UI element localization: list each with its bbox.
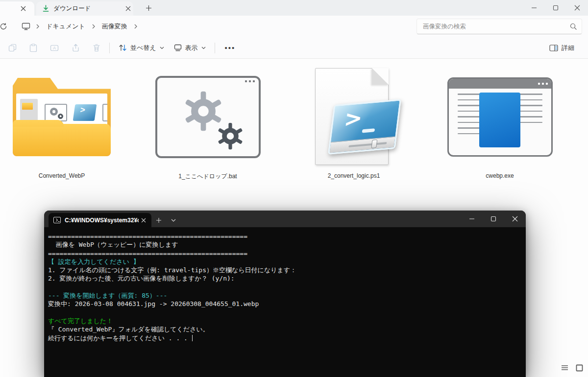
copy-icon[interactable] [3,40,21,56]
window-controls [523,0,588,16]
terminal-line: 2. 変換が終わった後、元の古い画像を削除しますか？ (y/n): [48,274,522,283]
refresh-icon[interactable] [0,19,11,34]
view-label: 表示 [185,44,198,52]
tab-label: ダウンロード [53,4,122,13]
terminal-line [48,308,522,317]
file-name: cwebp.exe [446,172,554,179]
cmd-icon [53,217,61,223]
close-tab-icon[interactable] [139,215,148,225]
file-name: 2_convert_logic.ps1 [300,172,408,179]
file-item-folder[interactable]: Converted_WebP [8,63,116,189]
details-icon [549,45,558,51]
more-options-button[interactable]: ••• [219,44,242,52]
search-icon[interactable] [570,23,577,30]
terminal-line: 続行するには何かキーを押してください . . . [48,334,522,342]
download-icon [42,5,49,12]
minimize-button[interactable] [523,0,545,16]
chevron-down-icon [201,47,206,49]
address-bar: ドキュメント 画像変換 [0,16,588,37]
statusbar-view-toggles [560,363,584,372]
file-item-exe[interactable]: cwebp.exe [446,63,554,189]
paste-icon[interactable] [24,40,42,56]
terminal-output: ========================================… [44,227,526,377]
file-item-ps1[interactable]: > 2_convert_logic.ps1 [300,63,408,189]
powershell-file-icon: > [312,68,395,166]
delete-icon[interactable] [88,40,105,56]
folder-icon [13,78,111,156]
explorer-tab-downloads[interactable]: ダウンロード [36,1,133,16]
large-icons-view-icon[interactable] [574,363,584,372]
terminal-line: ========================================… [48,232,522,240]
desktop: ダウンロード [0,0,588,377]
terminal-line: 1. ファイル名の頭につける文字（例: travel-tips）※空欄なら日付に… [48,266,522,274]
svg-text:A: A [53,46,56,50]
minimize-button[interactable] [461,211,483,227]
terminal-window[interactable]: C:¥WINDOWS¥system32¥cmd [44,211,526,377]
toolbar-divider [109,43,110,53]
terminal-line: 画像を WebP（ウェッピー）に変換します [48,240,522,249]
view-button[interactable]: 表示 [169,40,211,56]
file-item-bat[interactable]: 1_ここへドロップ.bat [154,63,262,189]
command-toolbar: A 並べ替え 表示 [0,37,588,59]
maximize-button[interactable] [545,0,566,16]
terminal-window-controls [461,211,526,227]
toolbar-divider [215,43,215,53]
sort-button[interactable]: 並べ替え [114,40,169,56]
share-icon[interactable] [67,40,84,56]
sort-icon [119,44,127,51]
terminal-line: 変換中: 2026-03-08 004631.jpg -> 20260308_0… [48,300,522,308]
terminal-line: ========================================… [48,249,522,258]
search-input[interactable] [417,23,570,30]
terminal-line: すべて完了しました！ [48,317,522,325]
close-button[interactable] [566,0,588,16]
breadcrumb-documents[interactable]: ドキュメント [42,20,89,33]
terminal-new-tab-button[interactable] [151,213,166,227]
chevron-right-icon [33,24,42,29]
maximize-button[interactable] [483,211,504,227]
details-label: 詳細 [562,44,574,52]
terminal-tab[interactable]: C:¥WINDOWS¥system32¥cmd [49,213,151,227]
terminal-line [48,283,522,291]
terminal-line: 『 Converted_WebP』フォルダを確認してください。 [48,325,522,333]
new-tab-button[interactable] [142,2,155,14]
terminal-titlebar[interactable]: C:¥WINDOWS¥system32¥cmd [44,211,526,227]
chevron-right-icon[interactable] [131,24,140,29]
this-pc-icon[interactable] [19,19,33,34]
view-icon [174,44,182,51]
batch-file-icon [155,76,261,158]
close-button[interactable] [504,211,526,227]
close-tab-icon[interactable] [122,3,133,14]
rename-icon[interactable]: A [46,40,63,56]
terminal-profile-dropdown[interactable] [166,213,181,227]
executable-icon [447,77,553,157]
chevron-right-icon [89,24,98,29]
terminal-cursor [192,335,193,341]
explorer-tab-strip: ダウンロード [0,0,588,16]
details-view-icon[interactable] [560,363,569,372]
terminal-tab-title: C:¥WINDOWS¥system32¥cmd [65,217,139,224]
terminal-line: --- 変換を開始します（画質: 85）--- [48,291,522,300]
details-pane-button[interactable]: 詳細 [544,40,579,56]
chevron-down-icon [160,47,164,49]
breadcrumb-current-folder[interactable]: 画像変換 [98,20,131,33]
close-tab-icon[interactable] [18,3,28,14]
terminal-line: 【 設定を入力してください 】 [48,258,522,266]
sort-label: 並べ替え [130,44,156,52]
explorer-tab-current[interactable] [0,1,34,16]
search-box [416,19,582,34]
file-name: Converted_WebP [8,172,116,179]
file-name: 1_ここへドロップ.bat [154,172,262,181]
